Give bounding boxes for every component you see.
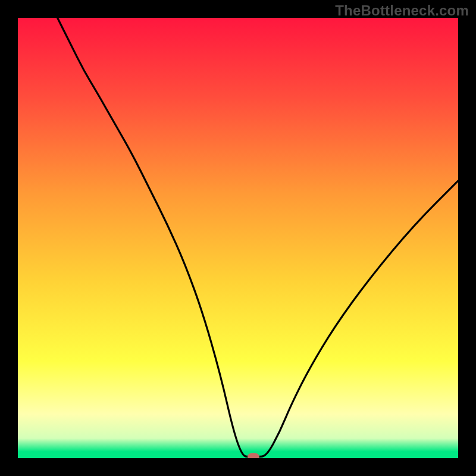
plot-area	[18, 18, 458, 458]
gradient-background	[18, 18, 458, 458]
bottleneck-chart	[18, 18, 458, 458]
watermark-label: TheBottleneck.com	[335, 2, 469, 19]
chart-frame: TheBottleneck.com	[0, 0, 476, 476]
